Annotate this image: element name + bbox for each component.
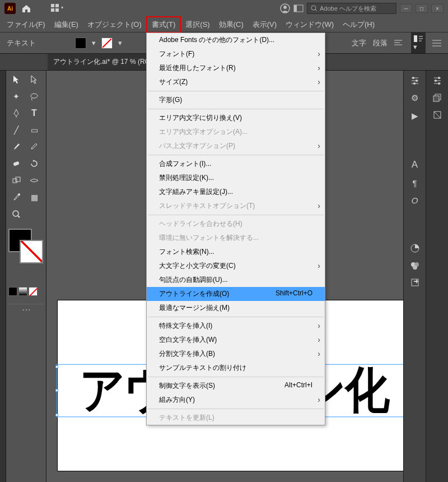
pen-tool[interactable] (8, 106, 24, 120)
menu-item[interactable]: Adobe Fonts のその他のフォント(D)... (147, 33, 325, 47)
svg-line-27 (18, 216, 20, 217)
magic-wand-tool[interactable]: ✦ (8, 90, 24, 103)
menu-item[interactable]: フォント検索(N)... (147, 245, 325, 259)
home-icon[interactable] (21, 4, 31, 13)
fill-swatch[interactable] (75, 38, 86, 49)
stroke-color[interactable] (20, 240, 43, 263)
menu-item: パス上文字オプション(P) (147, 139, 325, 153)
paragraph-panel-link[interactable]: 段落 (373, 38, 388, 48)
swatches-icon[interactable] (432, 110, 442, 120)
menu-item[interactable]: 特殊文字を挿入(I) (147, 319, 325, 333)
menu-item[interactable]: 空白文字を挿入(W) (147, 333, 325, 347)
menu-item: ヘッドラインを合わせる(H) (147, 217, 325, 231)
export-icon[interactable] (410, 278, 419, 287)
svg-point-33 (413, 82, 416, 85)
stroke-swatch[interactable] (101, 38, 113, 49)
menu-item: スレッドテキストオプション(T) (147, 199, 325, 213)
menu-ウィンドウ[interactable]: ウィンドウ(W) (281, 17, 338, 32)
title-bar: Ai Adobe ヘルプを検索 ─ □ × (0, 0, 448, 17)
minimize-button[interactable]: ─ (400, 4, 412, 13)
menu-item[interactable]: フォント(F) (147, 47, 325, 61)
menu-item[interactable]: 最適なマージン揃え(M) (147, 301, 325, 315)
svg-rect-24 (16, 177, 20, 182)
menu-書式[interactable]: 書式(T) (146, 16, 181, 33)
workspace-switcher-icon[interactable] (51, 4, 64, 13)
menu-item[interactable]: 大文字と小文字の変更(C) (147, 259, 325, 273)
line-tool[interactable]: ╱ (8, 123, 24, 137)
menu-オブジェクト[interactable]: オブジェクト(O) (83, 17, 146, 32)
align-icon[interactable] (394, 39, 404, 47)
svg-rect-2 (51, 8, 54, 12)
menu-item[interactable]: エリア内文字に切り換え(V) (147, 111, 325, 125)
menu-item[interactable]: サンプルテキストの割り付け (147, 361, 325, 375)
hamburger-icon[interactable] (432, 40, 441, 47)
menu-item[interactable]: 禁則処理設定(K)... (147, 171, 325, 185)
toolbox: ✦ T ╱▭ ▦ ⋯ (6, 71, 46, 482)
svg-point-8 (311, 6, 316, 10)
panel-dock-left: ⚙ ▶ A ¶ O (403, 71, 426, 482)
paragraph-icon[interactable]: ¶ (412, 178, 417, 188)
selection-tool[interactable] (8, 73, 24, 86)
svg-rect-22 (13, 161, 19, 166)
paragraph-style-icon[interactable]: ▾ (411, 33, 426, 53)
scale-tool[interactable] (8, 174, 24, 187)
user-icon[interactable] (280, 3, 290, 13)
svg-line-9 (315, 10, 317, 11)
menu-item[interactable]: アウトラインを作成(O)Shift+Ctrl+O (147, 287, 325, 301)
color-guide-icon[interactable] (410, 261, 420, 270)
object-type-label: テキスト (7, 38, 36, 48)
svg-point-20 (31, 94, 38, 98)
pencil-tool[interactable] (26, 140, 42, 154)
gradient-tool[interactable]: ▦ (26, 191, 42, 204)
character-icon[interactable]: A (412, 159, 418, 170)
layers-icon[interactable] (432, 93, 442, 102)
menu-item[interactable]: 最近使用したフォント(R) (147, 61, 325, 75)
svg-rect-38 (412, 279, 418, 286)
svg-point-42 (435, 80, 437, 82)
lasso-tool[interactable] (26, 90, 42, 103)
menu-item[interactable]: サイズ(Z) (147, 75, 325, 89)
rotate-tool[interactable] (26, 157, 42, 170)
close-button[interactable]: × (431, 4, 444, 13)
opentype-icon[interactable]: O (412, 196, 418, 205)
svg-point-40 (438, 77, 440, 79)
svg-rect-1 (55, 4, 59, 7)
zoom-tool[interactable] (8, 207, 24, 221)
menu-item[interactable]: 合成フォント(I)... (147, 157, 325, 171)
menu-ヘルプ[interactable]: ヘルプ(H) (338, 17, 379, 32)
menu-編集[interactable]: 編集(E) (50, 17, 83, 32)
maximize-button[interactable]: □ (416, 4, 428, 13)
play-icon[interactable]: ▶ (412, 111, 418, 121)
type-menu-dropdown: Adobe Fonts のその他のフォント(D)...フォント(F)最近使用した… (146, 33, 325, 425)
menu-item[interactable]: 組み方向(Y) (147, 393, 325, 407)
libraries-icon[interactable] (432, 76, 442, 85)
menu-選択[interactable]: 選択(S) (181, 17, 214, 32)
menu-item[interactable]: 字形(G) (147, 93, 325, 107)
rectangle-tool[interactable]: ▭ (26, 123, 42, 137)
svg-point-5 (283, 6, 287, 9)
type-tool[interactable]: T (26, 106, 42, 120)
menu-item[interactable]: 文字組みアキ量設定(J)... (147, 185, 325, 199)
chevron-down-icon[interactable]: ▾ (92, 39, 96, 47)
menu-ファイル[interactable]: ファイル(F) (2, 17, 50, 32)
eraser-tool[interactable] (8, 157, 24, 170)
gear-icon[interactable]: ⚙ (411, 93, 418, 103)
color-icon[interactable] (410, 243, 420, 253)
arrange-icon[interactable] (293, 4, 304, 12)
properties-icon[interactable] (410, 76, 420, 85)
menu-item[interactable]: 句読点の自動調節(U)... (147, 273, 325, 287)
paintbrush-tool[interactable] (8, 140, 24, 154)
color-mode-swatches[interactable] (8, 287, 44, 296)
svg-point-29 (412, 77, 414, 79)
chevron-down-icon[interactable]: ▾ (118, 39, 122, 47)
menu-item[interactable]: 分割文字を挿入(B) (147, 347, 325, 361)
direct-selection-tool[interactable] (26, 73, 42, 86)
eyedropper-tool[interactable] (8, 191, 24, 204)
width-tool[interactable] (26, 174, 42, 187)
svg-rect-23 (13, 179, 17, 183)
menu-item[interactable]: 制御文字を表示(S)Alt+Ctrl+I (147, 379, 325, 393)
help-search-input[interactable]: Adobe ヘルプを検索 (307, 3, 396, 14)
menu-表示[interactable]: 表示(V) (248, 17, 281, 32)
character-panel-link[interactable]: 文字 (352, 38, 366, 48)
menu-効果[interactable]: 効果(C) (214, 17, 248, 32)
